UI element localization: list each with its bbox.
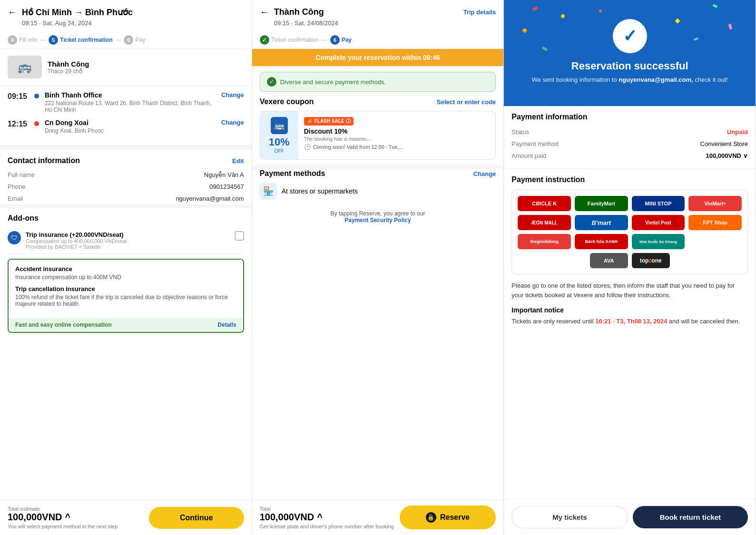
phone-row: Phone 0901234567 — [0, 181, 252, 193]
step-circle-5: 5 — [49, 35, 58, 45]
coupon-left: 🚌 10% OFF — [260, 111, 298, 159]
insurance-text: Trip insurance (+20.000VND/seat) Compens… — [26, 231, 230, 250]
step-circle-6: 6 — [124, 35, 133, 45]
continue-button[interactable]: Continue — [149, 507, 244, 529]
step-circle-6-p2: 6 — [330, 35, 340, 45]
pi-section-title: Payment instruction — [511, 175, 748, 184]
fullname-label: Full name — [8, 171, 35, 178]
email-label: Email — [8, 195, 23, 202]
bottom-row-p2: Total 100,000VND ^ Get license plate and… — [260, 506, 496, 529]
panel-payment: ← Thành Công Trip details 09:15 · Sat, 2… — [252, 0, 504, 535]
status-value: Unpaid — [727, 128, 748, 136]
back-button-p2[interactable]: ← — [260, 7, 269, 18]
method-label: Payment method — [511, 140, 558, 147]
route-title: Hồ Chí Minh → Bình Phước — [22, 7, 133, 18]
store-family-mart: FamilyMart — [575, 196, 628, 211]
panel-ticket-confirmation: ← Hồ Chí Minh → Bình Phước 09:15 · Sat, … — [0, 0, 252, 535]
step-arrow-1: — — [40, 37, 46, 43]
email-row: Email nguyenvana@gmail.com — [0, 193, 252, 204]
bus-name: Thành Công — [48, 60, 89, 68]
total-label-p2: Total — [260, 506, 394, 512]
payment-option-text: At stores or supermarkets — [282, 187, 358, 195]
store-aeon: ÆON MALL — [518, 215, 571, 230]
panel1-header: ← Hồ Chí Minh → Bình Phước 09:15 · Sat, … — [0, 0, 252, 31]
step-fill-info: 4 Fill info — [8, 35, 37, 45]
store-mini-stop: MINI STOP — [632, 196, 685, 211]
step-arrow-p2: — — [322, 37, 327, 43]
trip-details-link[interactable]: Trip details — [463, 9, 496, 16]
cancellation-title: Trip cancellation insurance — [15, 285, 236, 292]
change-depart-link[interactable]: Change — [221, 91, 244, 98]
insurance-details-link[interactable]: Details — [217, 321, 236, 328]
coupon-card[interactable]: 🚌 10% OFF ⚡ FLASH SALE ⓘ Discount 10% Th… — [260, 111, 496, 160]
payment-instruction-section: Payment instruction CIRCLE K FamilyMart … — [504, 169, 756, 338]
arrive-addr: Dong Xoai, Binh Phuoc — [45, 127, 216, 134]
policy-link[interactable]: Payment Security Policy — [344, 217, 411, 224]
step-pay-p2: 6 Pay — [330, 35, 352, 45]
divider-1 — [0, 146, 252, 150]
panel3-bottom-buttons: My tickets Book return ticket — [504, 499, 756, 535]
step-ticket-confirm-p2: ✓ Ticket confirmation — [260, 35, 319, 45]
caret-icon-p2: ^ — [317, 512, 323, 523]
store-circle-k: CIRCLE K — [518, 196, 571, 211]
my-tickets-button[interactable]: My tickets — [511, 506, 628, 528]
flash-icon: ⚡ — [307, 118, 313, 124]
accident-desc: Insurance compensation up to 400M VND — [15, 274, 236, 281]
coupon-select-link[interactable]: Select or enter code — [437, 98, 496, 106]
cancellation-insurance-item: Trip cancellation insurance 100% refund … — [15, 285, 236, 307]
pi-desc: Please go to one of the listed stores, t… — [511, 281, 748, 300]
insurance-footer: Fast and easy online compensation Detail… — [9, 318, 243, 332]
coupon-header: Vexere coupon Select or enter code — [260, 97, 496, 106]
arrival-row: 12:15 Cn Dong Xoai Dong Xoai, Binh Phuoc… — [8, 119, 244, 134]
bus-card: 🚌 Thành Công Thaco 29 chỗ — [0, 49, 252, 86]
step-check-circle: ✓ — [260, 35, 269, 45]
flash-sale-badge: ⚡ FLASH SALE ⓘ — [304, 117, 354, 126]
step-bar-p1: 4 Fill info — 5 Ticket confirmation — 6 … — [0, 31, 252, 49]
change-arrive-link[interactable]: Change — [221, 119, 244, 126]
store-fpt-shop: FPT Shop — [688, 215, 742, 230]
total-amount: 100,000VND ^ — [8, 512, 118, 523]
contact-header: Contact information Edit — [0, 150, 252, 169]
secure-payment-box: ✓ Diverse and secure payment methods. — [260, 72, 496, 92]
back-button-p1[interactable]: ← — [8, 7, 17, 18]
phone-value: 0901234567 — [209, 183, 244, 190]
phone-label: Phone — [8, 183, 26, 190]
panel-success: ✓ Reservation successful We sent booking… — [504, 0, 756, 535]
success-subtitle: We sent booking information to nguyenvan… — [532, 76, 728, 83]
coupon-pct: 10% — [269, 136, 290, 148]
success-check-icon: ✓ — [613, 19, 647, 53]
notice-desc: Tickets are only reserved until 16:21 · … — [511, 317, 748, 326]
reserve-button[interactable]: 🔒 Reserve — [400, 506, 496, 529]
secure-text: Diverse and secure payment methods. — [280, 78, 386, 86]
store-viettel-post: Viettel Post — [632, 215, 685, 230]
notice-time: 16:21 · T3, Th08 13, 2024 — [595, 318, 667, 325]
amount-label: Amount paid — [511, 152, 546, 159]
panel3-content: Payment information Status Unpaid Paymen… — [504, 106, 756, 499]
reserve-lock-icon: 🔒 — [426, 512, 436, 523]
coupon-name: Discount 10% — [304, 127, 490, 135]
success-title: Reservation successful — [571, 60, 688, 72]
panel1-content: 🚌 Thành Công Thaco 29 chỗ 09:15 Binh Tha… — [0, 49, 252, 535]
book-return-button[interactable]: Book return ticket — [633, 506, 748, 528]
insurance-comp: Compensation up to 400,000,000 VND/seat — [26, 238, 230, 244]
check-circle-icon: ✓ — [267, 77, 276, 87]
coupon-valid: 🕐 Coming soon! Valid from 12:00 · Tue,..… — [304, 144, 490, 150]
depart-dot — [34, 94, 39, 98]
divider-p2 — [252, 165, 504, 169]
cancellation-desc: 100% refund of the ticket fare if the tr… — [15, 294, 236, 307]
accident-title: Accident insurance — [15, 265, 236, 272]
coupon-bus-icon: 🚌 — [271, 117, 288, 134]
amount-caret: ∨ — [743, 152, 748, 159]
store-tgdd: thegioididong — [518, 234, 571, 249]
panel2-content: ✓ Diverse and secure payment methods. Ve… — [252, 66, 504, 535]
bottom-note-p2: Get license plate and driver's phone num… — [260, 524, 394, 529]
edit-contact-link[interactable]: Edit — [232, 157, 244, 165]
insurance-checkbox[interactable] — [235, 231, 244, 241]
insurance-icon: 🛡 — [8, 231, 21, 244]
payment-change-link[interactable]: Change — [473, 170, 496, 177]
route-section: 09:15 Binh Thanh Office 222 National Rou… — [0, 86, 252, 146]
step-bar-p2: ✓ Ticket confirmation — 6 Pay — [252, 31, 504, 49]
store-bsmart: B'mart — [575, 215, 628, 230]
fullname-row: Full name Nguyễn Văn A — [0, 169, 252, 181]
step-ticket-confirm: 5 Ticket confirmation — [49, 35, 112, 45]
